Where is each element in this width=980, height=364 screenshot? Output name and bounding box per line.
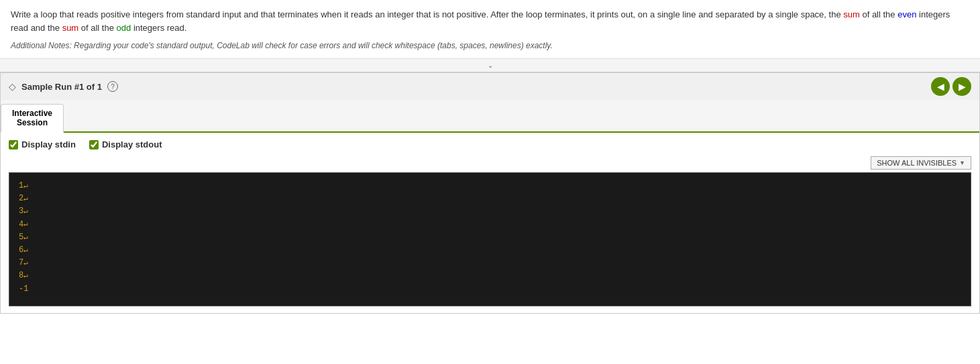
display-stdout-checkbox[interactable]: [89, 140, 99, 149]
terminal-value-neg1: -1: [19, 283, 28, 296]
enter-symbol-3: ↵: [23, 206, 28, 218]
terminal: 1↵ 2↵ 3↵ 4↵ 5↵ 6↵ 7↵ 8↵: [9, 172, 971, 306]
terminal-value-8: 8: [19, 269, 23, 282]
terminal-value-6: 6: [19, 244, 23, 257]
tab-label-line1: Interactive: [12, 109, 52, 118]
enter-symbol-5: ↵: [23, 232, 28, 244]
enter-symbol-1: ↵: [23, 180, 28, 192]
additional-notes: Additional Notes: Regarding your code's …: [11, 40, 969, 52]
highlight-sum-even: sum: [843, 9, 860, 19]
tabs: Interactive Session: [1, 100, 979, 133]
tab-interactive-session[interactable]: Interactive Session: [1, 104, 64, 133]
terminal-line: 4↵: [19, 219, 961, 231]
collapse-arrow-icon: ⌄: [488, 62, 493, 69]
show-invisibles-label: SHOW ALL INVISIBLES: [877, 159, 957, 167]
highlight-sum-odd: sum: [62, 23, 79, 33]
sample-run-diamond-icon: ◇: [9, 81, 16, 92]
enter-symbol-4: ↵: [23, 219, 28, 231]
terminal-value-7: 7: [19, 257, 23, 269]
terminal-line: 2↵: [19, 192, 961, 205]
enter-symbol-2: ↵: [23, 193, 28, 205]
terminal-value-4: 4: [19, 219, 23, 231]
sample-run-header: ◇ Sample Run #1 of 1 ? ◀ ▶: [0, 72, 980, 100]
terminal-line: 3↵: [19, 205, 961, 218]
terminal-line-negative: -1: [19, 283, 961, 296]
tab-label-line2: Session: [17, 118, 48, 127]
terminal-value-1: 1: [19, 180, 23, 192]
next-sample-button[interactable]: ▶: [952, 77, 971, 96]
terminal-line: 5↵: [19, 231, 961, 244]
collapse-bar[interactable]: ⌄: [0, 59, 980, 72]
dropdown-arrow-icon: ▼: [959, 160, 965, 166]
highlight-even: even: [897, 9, 916, 19]
terminal-value-3: 3: [19, 205, 23, 218]
terminal-line: 6↵: [19, 244, 961, 257]
tab-content: Display stdin Display stdout SHOW ALL IN…: [1, 133, 979, 313]
checkbox-row: Display stdin Display stdout: [9, 139, 971, 149]
nav-buttons: ◀ ▶: [931, 77, 971, 96]
display-stdin-label[interactable]: Display stdin: [9, 139, 76, 149]
help-icon[interactable]: ?: [107, 81, 118, 92]
enter-symbol-6: ↵: [23, 245, 28, 257]
highlight-odd: odd: [117, 23, 131, 33]
show-invisibles-row: SHOW ALL INVISIBLES ▼: [9, 156, 971, 170]
sample-run-left: ◇ Sample Run #1 of 1 ?: [9, 81, 118, 92]
sample-run-title: Sample Run #1 of 1: [21, 82, 102, 92]
enter-symbol-7: ↵: [23, 257, 28, 269]
terminal-line: 1↵: [19, 180, 961, 192]
display-stdout-label[interactable]: Display stdout: [89, 139, 162, 149]
prev-sample-button[interactable]: ◀: [931, 77, 950, 96]
display-stdin-checkbox[interactable]: [9, 140, 18, 149]
problem-text: Write a loop that reads positive integer…: [11, 8, 969, 34]
display-stdout-text: Display stdout: [102, 139, 162, 149]
tab-container: Interactive Session Display stdin Displa…: [0, 100, 980, 314]
problem-description: Write a loop that reads positive integer…: [0, 0, 980, 59]
terminal-line: 8↵: [19, 269, 961, 282]
display-stdin-text: Display stdin: [21, 139, 76, 149]
terminal-line: 7↵: [19, 257, 961, 269]
enter-symbol-8: ↵: [23, 270, 28, 282]
terminal-value-5: 5: [19, 231, 23, 244]
terminal-value-2: 2: [19, 192, 23, 205]
show-invisibles-button[interactable]: SHOW ALL INVISIBLES ▼: [871, 156, 971, 170]
